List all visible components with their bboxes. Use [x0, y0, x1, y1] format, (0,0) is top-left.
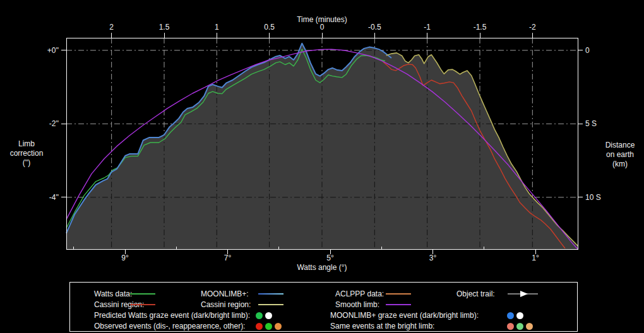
top-tick-label: 0.5 — [264, 23, 275, 32]
legend-dot-moonlimb-graze-0 — [507, 312, 514, 319]
left-tick-label: -4'' — [49, 193, 59, 202]
right-tick-label: 5 S — [585, 119, 597, 128]
right-tick-label: 0 — [585, 46, 590, 55]
legend-label-watts-data: Watts data: — [94, 289, 132, 299]
legend-dot-observed-events-2 — [275, 323, 282, 330]
limb-profile-plot: 21.510.50-0.5-1-1.5-29°7°5°3°1°+0''-2''-… — [0, 0, 644, 282]
top-tick-label: -1.5 — [474, 23, 487, 32]
legend-dot-predicted-watts-graze-0 — [256, 312, 263, 319]
legend-label-moonlimb: MOONLIMB+: — [201, 289, 249, 299]
legend-dot-same-events-bright-2 — [526, 323, 533, 330]
bottom-tick-label: 1° — [532, 254, 539, 262]
legend-dot-moonlimb-graze-1 — [516, 312, 523, 319]
right-tick-label: 10 S — [585, 193, 601, 202]
legend-line-cassini-watts — [130, 304, 155, 305]
top-tick-label: 2 — [109, 23, 114, 32]
legend-label-same-events-bright: Same events at the bright limb: — [330, 321, 434, 331]
legend: Watts data:MOONLIMB+:ACLPPP data:Object … — [69, 282, 578, 332]
top-tick-label: 1.5 — [159, 23, 170, 32]
top-tick-label: -2 — [529, 23, 536, 32]
bottom-tick-label: 3° — [429, 254, 437, 262]
bottom-tick-label: 7° — [224, 254, 232, 262]
legend-label-predicted-watts-graze: Predicted Watts graze event (dark/bright… — [94, 310, 250, 320]
top-tick-label: 1 — [215, 23, 219, 32]
legend-dot-same-events-bright-1 — [516, 323, 523, 330]
bottom-tick-label: 9° — [121, 254, 129, 262]
top-tick-label: -1 — [424, 23, 431, 32]
object-trail-arrow-icon — [508, 290, 538, 298]
legend-label-object-trail: Object trail: — [456, 289, 495, 299]
legend-dot-observed-events-0 — [256, 323, 263, 330]
legend-label-moonlimb-graze: MOONLIMB+ graze event (dark/bright limb)… — [330, 310, 479, 320]
legend-line-watts-data — [130, 293, 155, 295]
legend-line-aclppp-data — [386, 293, 411, 295]
legend-label-observed-events: Observed events (dis-, reappearence, oth… — [94, 321, 245, 331]
top-tick-label: -0.5 — [368, 23, 381, 32]
legend-label-cassini-moonlimb: Cassini region: — [201, 300, 251, 310]
legend-line-cassini-moonlimb — [258, 304, 283, 305]
legend-dot-same-events-bright-0 — [507, 323, 514, 330]
left-tick-label: +0'' — [47, 46, 59, 55]
legend-line-smooth-limb — [386, 304, 411, 305]
bottom-tick-label: 5° — [326, 254, 334, 262]
legend-label-smooth-limb: Smooth limb: — [335, 300, 379, 310]
legend-line-moonlimb — [258, 293, 283, 295]
limb-profile-window: Time (minutes) Watts angle (°) Limb corr… — [0, 0, 644, 333]
legend-dot-predicted-watts-graze-1 — [265, 312, 272, 319]
top-tick-label: 0 — [320, 23, 325, 32]
legend-dot-observed-events-1 — [265, 323, 272, 330]
legend-label-aclppp-data: ACLPPP data: — [335, 289, 384, 299]
left-tick-label: -2'' — [49, 119, 59, 128]
